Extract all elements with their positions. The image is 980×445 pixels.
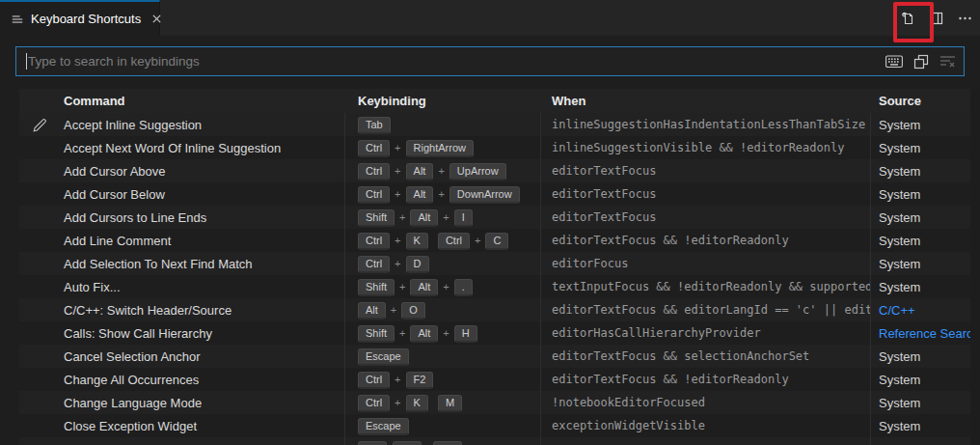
command-cell: C/C++: Switch Header/Source bbox=[58, 303, 344, 318]
command-cell: Change All Occurrences bbox=[58, 373, 344, 387]
keybinding-cell: Ctrl+RightArrow bbox=[344, 139, 540, 157]
when-cell: editorTextFocus && !editorReadonly bbox=[540, 373, 870, 386]
plus-separator: + bbox=[443, 327, 449, 339]
row-actions-gutter bbox=[19, 252, 58, 275]
row-actions-gutter bbox=[19, 437, 58, 445]
record-keys-button[interactable] bbox=[885, 55, 903, 69]
when-cell: editorTextFocus && !editorReadonly bbox=[540, 234, 870, 247]
plus-separator: + bbox=[399, 211, 405, 223]
plus-separator: + bbox=[395, 235, 400, 246]
keybindings-table: Command Keybinding When Source Accept In… bbox=[19, 89, 980, 445]
more-actions-button[interactable] bbox=[958, 11, 972, 25]
table-row[interactable]: Calls: Show Call HierarchyShift+Alt+Hedi… bbox=[19, 321, 980, 345]
row-actions-gutter bbox=[19, 206, 58, 229]
table-row[interactable]: Add Line CommentCtrl+KCtrl+CeditorTextFo… bbox=[19, 229, 980, 252]
tab-keyboard-shortcuts[interactable]: Keyboard Shortcuts bbox=[0, 0, 160, 36]
plus-separator: + bbox=[438, 165, 444, 177]
table-row-partial bbox=[19, 437, 980, 445]
table-row[interactable]: Accept Next Word Of Inline SuggestionCtr… bbox=[19, 136, 980, 159]
key-chip bbox=[433, 441, 462, 445]
key-chip: Alt bbox=[358, 302, 386, 320]
table-row[interactable]: Close Exception WidgetEscapeexceptionWid… bbox=[19, 414, 980, 437]
key-chip: F2 bbox=[406, 372, 434, 389]
when-cell: editorTextFocus && selectionAnchorSet bbox=[540, 349, 870, 363]
key-chip bbox=[393, 441, 422, 445]
header-command: Command bbox=[58, 94, 344, 108]
keybindings-search-box bbox=[15, 46, 965, 76]
column-divider bbox=[344, 113, 345, 445]
plus-separator: + bbox=[395, 165, 400, 177]
key-chip: Alt bbox=[410, 209, 438, 227]
keybinding-cell: Ctrl+KCtrl+C bbox=[344, 232, 540, 250]
key-chip: H bbox=[454, 325, 477, 343]
table-row[interactable]: Add Selection To Next Find MatchCtrl+Ded… bbox=[19, 252, 980, 275]
source-cell: System bbox=[870, 118, 980, 132]
column-divider bbox=[870, 113, 871, 445]
clear-keybindings-search-button[interactable] bbox=[939, 54, 956, 69]
key-chip: Shift bbox=[358, 325, 395, 343]
table-row[interactable]: Change Language ModeCtrl+KM!notebookEdit… bbox=[19, 391, 980, 414]
table-header-row: Command Keybinding When Source bbox=[19, 89, 980, 113]
table-row[interactable]: Auto Fix...Shift+Alt+.textInputFocus && … bbox=[19, 275, 980, 298]
header-when: When bbox=[540, 94, 870, 108]
command-cell: Add Line Comment bbox=[58, 234, 344, 248]
when-cell: editorTextFocus bbox=[540, 187, 870, 201]
source-cell: System bbox=[870, 349, 980, 364]
key-chip: Ctrl bbox=[358, 256, 390, 273]
keybinding-cell: Ctrl+KM bbox=[344, 394, 540, 412]
search-input[interactable] bbox=[16, 47, 865, 75]
edit-keybinding-icon[interactable] bbox=[33, 118, 47, 132]
when-cell: !notebookEditorFocused bbox=[540, 396, 870, 409]
source-cell: System bbox=[870, 141, 980, 155]
key-chip: Ctrl bbox=[358, 395, 390, 412]
row-actions-gutter bbox=[19, 414, 58, 437]
key-chip: . bbox=[454, 279, 473, 296]
table-row[interactable]: Add Cursor BelowCtrl+Alt+DownArroweditor… bbox=[19, 182, 980, 206]
key-chip: Ctrl bbox=[358, 163, 390, 181]
plus-separator: + bbox=[395, 374, 400, 385]
open-keyboard-shortcuts-json-button[interactable] bbox=[899, 10, 915, 26]
table-row[interactable]: Cancel Selection AnchorEscapeeditorTextF… bbox=[19, 345, 980, 368]
plus-separator: + bbox=[443, 281, 449, 292]
row-actions-gutter bbox=[19, 229, 58, 252]
table-row[interactable]: Accept Inline SuggestionTabinlineSuggest… bbox=[19, 113, 980, 136]
table-row[interactable]: C/C++: Switch Header/SourceAlt+OeditorTe… bbox=[19, 298, 980, 321]
plus-separator: + bbox=[438, 188, 444, 200]
table-row[interactable]: Add Cursors to Line EndsShift+Alt+Iedito… bbox=[19, 206, 980, 229]
command-cell: Add Cursor Below bbox=[58, 187, 344, 202]
sort-by-precedence-button[interactable] bbox=[913, 54, 929, 70]
keybinding-cell: Ctrl+F2 bbox=[344, 371, 540, 389]
column-divider bbox=[540, 113, 541, 445]
keybinding-cell: Tab bbox=[344, 116, 540, 134]
source-cell: System bbox=[870, 210, 980, 225]
split-editor-button[interactable] bbox=[929, 11, 944, 26]
row-actions-gutter bbox=[19, 275, 58, 298]
source-cell: System bbox=[870, 257, 980, 271]
command-cell: Accept Next Word Of Inline Suggestion bbox=[58, 141, 344, 155]
tab-title: Keyboard Shortcuts bbox=[31, 12, 141, 26]
key-chip: I bbox=[454, 209, 473, 227]
when-cell: inlineSuggestionVisible && !editorReadon… bbox=[540, 141, 870, 154]
command-cell: Add Cursor Above bbox=[58, 164, 344, 179]
key-chip: C bbox=[485, 233, 508, 250]
when-cell: textInputFocus && !editorReadonly && sup… bbox=[540, 280, 870, 293]
search-actions bbox=[885, 47, 956, 75]
row-actions-gutter bbox=[19, 345, 58, 368]
source-link[interactable]: C/C++ bbox=[870, 303, 980, 318]
when-cell: editorHasCallHierarchyProvider bbox=[540, 326, 870, 340]
row-actions-gutter bbox=[19, 368, 58, 391]
source-cell: System bbox=[870, 419, 980, 433]
table-row[interactable]: Change All OccurrencesCtrl+F2editorTextF… bbox=[19, 368, 980, 391]
source-link[interactable]: Reference Search View bbox=[870, 326, 980, 341]
header-gutter bbox=[19, 89, 58, 113]
key-chip: Escape bbox=[358, 348, 409, 366]
table-body: Accept Inline SuggestionTabinlineSuggest… bbox=[19, 113, 980, 445]
key-chip: Alt bbox=[410, 279, 438, 296]
editor-actions-toolbar bbox=[899, 0, 972, 36]
tab-close-icon[interactable] bbox=[151, 14, 162, 24]
source-cell: System bbox=[870, 280, 980, 294]
key-chip: Ctrl bbox=[358, 372, 390, 389]
key-chip: K bbox=[406, 233, 428, 250]
table-row[interactable]: Add Cursor AboveCtrl+Alt+UpArroweditorTe… bbox=[19, 159, 980, 182]
keybinding-cell: Shift+Alt+I bbox=[344, 209, 540, 227]
